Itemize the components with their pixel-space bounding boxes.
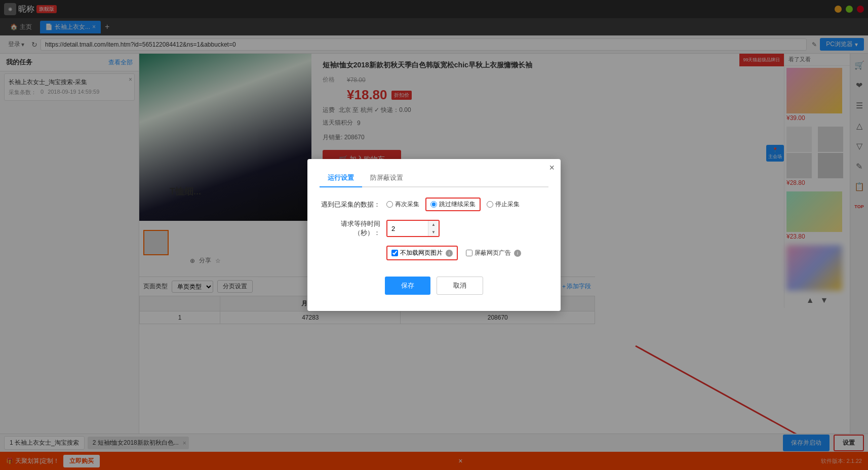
radio-stop[interactable]: 停止采集 [487, 200, 520, 209]
dialog-inner: × 运行设置 防屏蔽设置 遇到已采集的数据： 再次采集 跳过继续采集 [307, 159, 561, 311]
dialog-cancel-button[interactable]: 取消 [437, 277, 483, 295]
checkboxes: 不加载网页图片 i 屏蔽网页广告 i [386, 246, 521, 260]
dialog-overlay: × 运行设置 防屏蔽设置 遇到已采集的数据： 再次采集 跳过继续采集 [0, 0, 868, 470]
radio-skip-label: 跳过继续采集 [439, 200, 476, 209]
radio-skip-input[interactable] [430, 201, 437, 208]
radio-recollect[interactable]: 再次采集 [386, 200, 419, 209]
wait-time-row: 请求等待时间（秒）： ▲ ▼ [320, 219, 548, 238]
settings-dialog: × 运行设置 防屏蔽设置 遇到已采集的数据： 再次采集 跳过继续采集 [307, 159, 561, 311]
wait-label: 请求等待时间（秒）： [320, 219, 380, 238]
no-image-info-icon[interactable]: i [446, 250, 453, 257]
spin-down-button[interactable]: ▼ [428, 228, 439, 236]
duplicate-data-row: 遇到已采集的数据： 再次采集 跳过继续采集 停止采集 [320, 198, 548, 211]
spin-up-button[interactable]: ▲ [428, 221, 439, 228]
dialog-tab-anti-block[interactable]: 防屏蔽设置 [362, 169, 411, 187]
block-ad-checkbox[interactable] [466, 250, 472, 256]
block-ad-checkbox-label[interactable]: 屏蔽网页广告 i [466, 249, 521, 257]
dialog-save-button[interactable]: 保存 [385, 277, 430, 295]
wait-input-box: ▲ ▼ [386, 220, 440, 237]
no-image-checkbox-label[interactable]: 不加载网页图片 i [386, 246, 458, 260]
dialog-close-button[interactable]: × [549, 163, 555, 172]
dialog-footer: 保存 取消 [320, 268, 548, 299]
radio-recollect-input[interactable] [386, 201, 393, 208]
dialog-tabs: 运行设置 防屏蔽设置 [320, 169, 548, 187]
no-image-checkbox[interactable] [391, 250, 398, 256]
dialog-tab-run-settings[interactable]: 运行设置 [320, 169, 362, 187]
radio-stop-input[interactable] [487, 201, 493, 208]
block-ad-label: 屏蔽网页广告 [475, 249, 511, 257]
radio-stop-label: 停止采集 [495, 200, 520, 209]
no-image-label: 不加载网页图片 [400, 249, 443, 257]
duplicate-controls: 再次采集 跳过继续采集 停止采集 [386, 198, 548, 211]
radio-recollect-label: 再次采集 [395, 200, 419, 209]
radio-skip[interactable]: 跳过继续采集 [425, 198, 481, 211]
checkbox-row: 不加载网页图片 i 屏蔽网页广告 i [320, 246, 548, 260]
block-ad-info-icon[interactable]: i [514, 250, 521, 257]
spin-buttons: ▲ ▼ [428, 221, 439, 236]
duplicate-label: 遇到已采集的数据： [320, 200, 380, 209]
wait-input[interactable] [387, 221, 428, 236]
